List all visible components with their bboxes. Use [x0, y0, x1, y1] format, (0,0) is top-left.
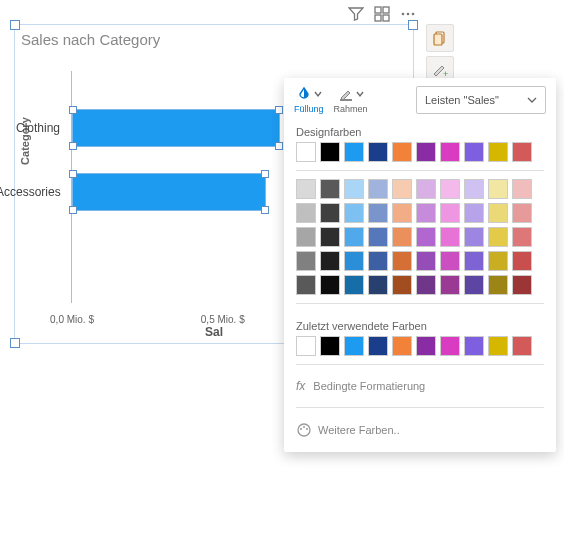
color-swatch[interactable] [368, 142, 388, 162]
bar-accessories[interactable] [72, 173, 266, 211]
color-swatch[interactable] [512, 203, 532, 223]
color-swatch[interactable] [392, 275, 412, 295]
x-tick: 0,0 Mio. $ [50, 314, 94, 325]
resize-handle[interactable] [408, 20, 418, 30]
tab-fill[interactable]: Füllung [294, 86, 324, 114]
color-swatch[interactable] [416, 203, 436, 223]
color-swatch[interactable] [512, 275, 532, 295]
color-swatch[interactable] [368, 336, 388, 356]
color-swatch[interactable] [344, 336, 364, 356]
copy-visual-button[interactable] [426, 24, 454, 52]
color-swatch[interactable] [392, 203, 412, 223]
color-swatch[interactable] [440, 203, 460, 223]
color-swatch[interactable] [488, 142, 508, 162]
color-swatch[interactable] [488, 179, 508, 199]
color-swatch[interactable] [464, 251, 484, 271]
color-swatch[interactable] [344, 227, 364, 247]
color-swatch[interactable] [392, 336, 412, 356]
color-swatch[interactable] [512, 227, 532, 247]
svg-point-14 [306, 428, 308, 430]
color-swatch[interactable] [440, 227, 460, 247]
color-swatch[interactable] [416, 227, 436, 247]
color-swatch[interactable] [368, 179, 388, 199]
color-swatch[interactable] [320, 251, 340, 271]
color-swatch[interactable] [296, 203, 316, 223]
svg-point-12 [300, 428, 302, 430]
color-swatch[interactable] [464, 227, 484, 247]
color-swatch[interactable] [488, 227, 508, 247]
color-swatch[interactable] [296, 251, 316, 271]
color-swatch[interactable] [440, 179, 460, 199]
color-swatch[interactable] [416, 275, 436, 295]
color-swatch[interactable] [368, 227, 388, 247]
filter-icon[interactable] [348, 6, 364, 26]
palette-icon [296, 422, 312, 438]
color-swatch[interactable] [320, 227, 340, 247]
theme-colors-label: Designfarben [284, 118, 556, 142]
color-swatch[interactable] [416, 142, 436, 162]
color-swatch[interactable] [344, 179, 364, 199]
color-swatch[interactable] [296, 227, 316, 247]
more-colors-label: Weitere Farben.. [318, 424, 400, 436]
bar-clothing[interactable] [72, 109, 280, 147]
color-swatch[interactable] [392, 179, 412, 199]
color-swatch[interactable] [320, 179, 340, 199]
color-swatch[interactable] [440, 336, 460, 356]
more-colors-button[interactable]: Weitere Farben.. [284, 416, 556, 444]
color-swatch[interactable] [464, 142, 484, 162]
svg-point-5 [407, 13, 410, 16]
color-swatch[interactable] [464, 275, 484, 295]
svg-rect-3 [383, 15, 389, 21]
conditional-formatting-button[interactable]: fx Bedingte Formatierung [284, 373, 556, 399]
chart-title: Sales nach Category [21, 31, 413, 48]
color-swatch[interactable] [368, 203, 388, 223]
color-swatch[interactable] [488, 336, 508, 356]
chevron-down-icon [527, 95, 537, 105]
svg-point-4 [402, 13, 405, 16]
resize-handle[interactable] [10, 338, 20, 348]
color-swatch[interactable] [320, 142, 340, 162]
color-swatch[interactable] [440, 251, 460, 271]
resize-handle[interactable] [10, 20, 20, 30]
color-swatch[interactable] [344, 275, 364, 295]
color-swatch[interactable] [440, 275, 460, 295]
color-swatch[interactable] [512, 142, 532, 162]
color-swatch[interactable] [344, 203, 364, 223]
svg-rect-1 [383, 7, 389, 13]
color-swatch[interactable] [512, 251, 532, 271]
color-swatch[interactable] [416, 251, 436, 271]
color-swatch[interactable] [368, 251, 388, 271]
color-swatch[interactable] [296, 142, 316, 162]
color-swatch[interactable] [320, 275, 340, 295]
color-swatch[interactable] [296, 179, 316, 199]
focus-mode-icon[interactable] [374, 6, 390, 26]
color-swatch[interactable] [416, 179, 436, 199]
color-swatch[interactable] [344, 142, 364, 162]
color-swatch[interactable] [488, 275, 508, 295]
color-swatch[interactable] [488, 203, 508, 223]
svg-rect-10 [340, 99, 352, 101]
color-swatch[interactable] [368, 275, 388, 295]
color-swatch[interactable] [416, 336, 436, 356]
tab-fill-label: Füllung [294, 104, 324, 114]
color-swatch[interactable] [464, 336, 484, 356]
color-swatch[interactable] [296, 275, 316, 295]
color-swatch[interactable] [512, 179, 532, 199]
color-swatch[interactable] [464, 203, 484, 223]
color-swatch[interactable] [344, 251, 364, 271]
scope-dropdown[interactable]: Leisten "Sales" [416, 86, 546, 114]
color-swatch[interactable] [464, 179, 484, 199]
tab-outline[interactable]: Rahmen [334, 86, 368, 114]
color-swatch[interactable] [488, 251, 508, 271]
color-swatch[interactable] [392, 142, 412, 162]
x-axis-title: Sal [205, 325, 223, 339]
color-swatch[interactable] [440, 142, 460, 162]
color-swatch[interactable] [320, 203, 340, 223]
color-swatch[interactable] [512, 336, 532, 356]
color-swatch[interactable] [296, 336, 316, 356]
svg-point-11 [298, 424, 310, 436]
color-swatch[interactable] [392, 227, 412, 247]
color-swatch[interactable] [320, 336, 340, 356]
color-swatch[interactable] [392, 251, 412, 271]
x-tick: 0,5 Mio. $ [201, 314, 245, 325]
